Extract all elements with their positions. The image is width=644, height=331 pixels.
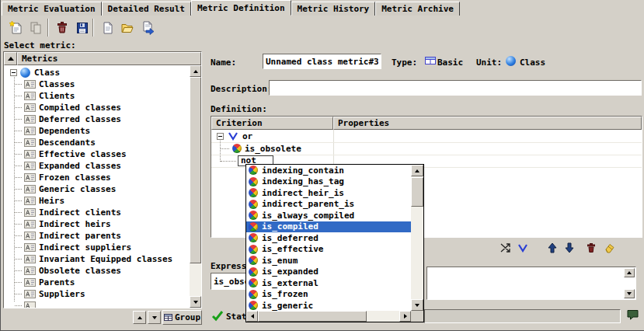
scroll-up-icon[interactable]	[190, 65, 201, 77]
new-file-icon[interactable]	[97, 18, 117, 37]
tree-item[interactable]: Parents	[4, 277, 190, 288]
sort-button[interactable]	[4, 52, 17, 65]
tree-item-label: Obsolete classes	[39, 265, 121, 277]
tree-item[interactable]: Clients	[4, 90, 190, 102]
tab-metric-evaluation[interactable]: Metric Evaluation	[2, 2, 102, 16]
tab-metric-archive[interactable]: Metric Archive	[375, 2, 460, 16]
properties-column-label: Properties	[338, 118, 389, 128]
scrollbar-thumb[interactable]	[258, 311, 367, 322]
dropdown-item-label: is_effective	[262, 244, 323, 254]
tree-item-label: Class	[34, 67, 60, 78]
scroll-left-icon[interactable]	[246, 311, 258, 322]
dropdown-item[interactable]: is_enum	[246, 255, 411, 267]
criterion-row-is-obsolete[interactable]: is_obsolete	[245, 144, 301, 155]
type-label: Type:	[392, 57, 417, 68]
comment-icon[interactable]	[626, 308, 640, 322]
tree-item[interactable]: Suppliers	[4, 288, 190, 300]
dropdown-item[interactable]: indexing_has_tag	[246, 176, 411, 188]
open-folder-icon[interactable]	[117, 18, 137, 37]
tab-metric-definition[interactable]: Metric Definition	[191, 0, 291, 16]
dropdown-item[interactable]: is_expanded	[246, 267, 411, 278]
tree-item-class[interactable]: Class	[4, 67, 190, 78]
sort-ascending-icon	[8, 57, 14, 61]
scroll-down-icon[interactable]	[190, 296, 201, 308]
tab-detailed-result[interactable]: Detailed Result	[102, 2, 191, 16]
criterion-column-header[interactable]: Criterion	[211, 117, 333, 130]
tree-item[interactable]: Effective classes	[4, 148, 190, 160]
definition-label: Definition:	[211, 104, 267, 115]
dropdown-item[interactable]: indirect_parent_is	[246, 199, 411, 211]
tree-connector	[221, 161, 236, 162]
description-label: Description:	[211, 84, 272, 95]
criterion-ball-icon	[249, 267, 258, 277]
tree-item[interactable]: Obsolete classes	[4, 265, 190, 277]
criterion-ball-icon	[249, 256, 258, 265]
tree-item[interactable]: Descendants	[4, 137, 190, 148]
move-criterion-down-icon[interactable]	[562, 240, 577, 256]
criterion-ball-icon	[249, 188, 258, 197]
name-input[interactable]	[263, 54, 381, 69]
collapse-icon[interactable]	[217, 133, 224, 140]
dropdown-item[interactable]: is_deferred	[246, 232, 411, 244]
tree-item[interactable]: Indirect heirs	[4, 218, 190, 230]
metrics-column-header[interactable]: Metrics	[17, 52, 201, 65]
export-metric-icon[interactable]	[138, 18, 157, 37]
scroll-up-icon[interactable]	[411, 165, 423, 176]
dropdown-item[interactable]: is_generic	[246, 300, 411, 311]
tree-item-label: Compiled classes	[39, 102, 121, 113]
move-criterion-up-icon[interactable]	[545, 240, 560, 256]
dropdown-item[interactable]: indirect_heir_is	[246, 187, 411, 199]
scroll-down-icon[interactable]	[411, 299, 423, 311]
tree-item[interactable]: Dependents	[4, 125, 190, 137]
tree-connector	[15, 84, 22, 85]
scrollbar-thumb[interactable]	[190, 77, 201, 263]
tree-item[interactable]: Heirs	[4, 195, 190, 207]
tree-item[interactable]: Generic classes	[4, 183, 190, 195]
dropdown-item[interactable]: is_always_compiled	[246, 210, 411, 221]
group-button[interactable]: Group	[162, 310, 202, 325]
scroll-right-icon[interactable]	[399, 311, 411, 322]
dropdown-item[interactable]: is_frozen	[246, 289, 411, 301]
tree-item[interactable]: Indirect suppliers	[4, 242, 190, 253]
tree-item-partial[interactable]	[4, 300, 190, 308]
tree-item[interactable]: Frozen classes	[4, 172, 190, 183]
tree-item-label: Dependents	[39, 125, 90, 137]
tree-connector	[15, 235, 22, 236]
delete-criterion-icon[interactable]	[583, 240, 599, 256]
or-operator-button-icon[interactable]	[515, 240, 531, 256]
spin-up-icon[interactable]	[624, 268, 635, 277]
description-input[interactable]	[269, 80, 642, 96]
metric-tree-body: Class Classes Clients Compiled classes D…	[4, 65, 190, 308]
shuffle-criterion-icon[interactable]	[498, 240, 513, 256]
detail-text-area[interactable]	[426, 267, 636, 300]
tree-item[interactable]: Deferred classes	[4, 113, 190, 125]
dropdown-item[interactable]: is_effective	[246, 244, 411, 256]
collapse-icon[interactable]	[10, 69, 17, 76]
criterion-ball-icon	[249, 245, 258, 254]
tree-item[interactable]: Compiled classes	[4, 102, 190, 113]
move-metric-down-button[interactable]	[148, 311, 161, 324]
tree-item[interactable]: Expanded classes	[4, 160, 190, 172]
delete-metric-icon[interactable]	[52, 18, 71, 37]
tree-item[interactable]: Indirect clients	[4, 207, 190, 218]
save-metric-icon[interactable]	[72, 18, 92, 37]
tree-item[interactable]: Indirect parents	[4, 230, 190, 242]
spin-down-icon[interactable]	[624, 289, 635, 298]
tree-item[interactable]: Classes	[4, 78, 190, 90]
unit-value: Class	[520, 57, 545, 68]
scrollbar-thumb[interactable]	[411, 177, 423, 207]
properties-column-header[interactable]: Properties	[333, 117, 642, 130]
tree-item[interactable]: Invariant Equipped classes	[4, 253, 190, 265]
dropdown-item-label: indexing_contain	[262, 166, 344, 176]
move-metric-up-button[interactable]	[133, 311, 146, 324]
dropdown-item-selected[interactable]: is_compiled	[246, 221, 411, 233]
dropdown-item[interactable]: is_external	[246, 277, 411, 289]
eraser-icon[interactable]	[600, 240, 616, 256]
copy-metric-icon[interactable]	[26, 18, 45, 37]
tab-metric-history[interactable]: Metric History	[291, 2, 376, 16]
type-value: Basic	[437, 57, 463, 68]
dropdown-item-label: is_deferred	[262, 233, 319, 243]
new-metric-icon[interactable]	[5, 18, 25, 37]
criterion-row-or[interactable]: or	[242, 131, 252, 142]
dropdown-item[interactable]: indexing_contain	[246, 165, 411, 176]
